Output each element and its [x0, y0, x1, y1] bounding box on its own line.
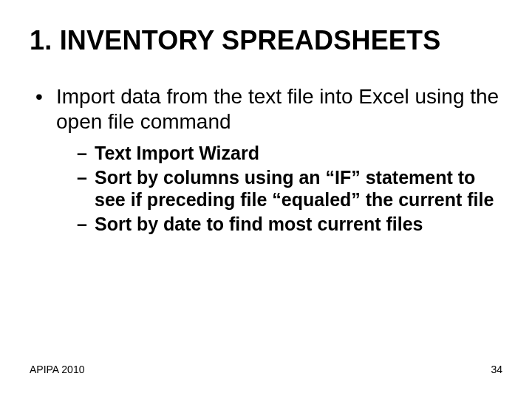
bullet-item: Import data from the text file into Exce…	[35, 84, 502, 235]
sub-bullet-item: Text Import Wizard	[77, 142, 502, 165]
footer-left: APIPA 2010	[30, 364, 84, 375]
sub-bullet-item: Sort by columns using an “IF” statement …	[77, 166, 502, 211]
bullet-text: Import data from the text file into Exce…	[56, 85, 499, 133]
sub-bullet-item: Sort by date to find most current files	[77, 213, 502, 236]
slide-title: 1. INVENTORY SPREADSHEETS	[30, 25, 502, 56]
sub-bullet-list: Text Import Wizard Sort by columns using…	[56, 142, 502, 235]
slide-footer: APIPA 2010 34	[30, 364, 502, 375]
main-bullet-list: Import data from the text file into Exce…	[30, 84, 502, 235]
footer-page-number: 34	[491, 364, 502, 375]
